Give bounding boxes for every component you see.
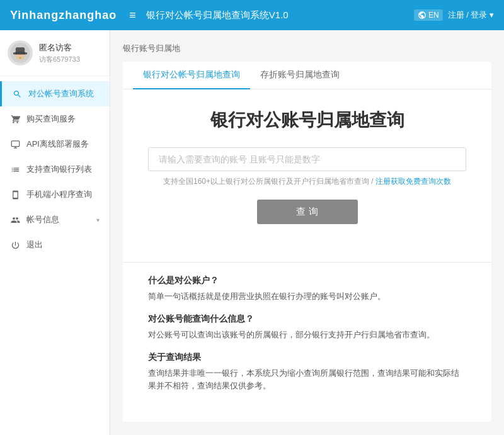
query-button[interactable]: 查 询 (257, 200, 358, 224)
sidebar-item-label: 退出 (26, 239, 43, 251)
sidebar-item-label: 对公帐号查询系统 (28, 88, 94, 99)
site-logo: Yinhangzhanghao (10, 9, 117, 22)
sidebar-item-logout[interactable]: 退出 (0, 232, 110, 257)
svg-rect-4 (15, 52, 25, 54)
content-card: 银行对公帐号归属地查询 存折账号归属地查询 银行对公账号归属地查询 支持全国16… (123, 62, 491, 422)
search-hint: 支持全国160+以上银行对公所属银行及开户行归属地省市查询 / 注册获取免费查询… (148, 176, 466, 187)
breadcrumb: 银行账号归属地 (123, 43, 491, 54)
sidebar-item-label: API离线部署服务 (26, 138, 89, 150)
sidebar-item-buy-service[interactable]: 购买查询服务 (0, 106, 110, 132)
user-info: 匿名访客 访客6579733 (39, 42, 80, 64)
svg-rect-6 (11, 140, 20, 146)
cart-icon (10, 114, 20, 124)
nav-right: EN 注册 / 登录 ▾ (414, 9, 494, 21)
main-content: 银行账号归属地 银行对公帐号归属地查询 存折账号归属地查询 银行对公账号归属地查… (110, 30, 504, 435)
sidebar-nav: 对公帐号查询系统 购买查询服务 API离线部署服务 (0, 76, 110, 435)
faq-item-0: 什么是对公账户？ 简单一句话概括就是使用营业执照在银行办理的账号叫对公账户。 (148, 275, 466, 303)
register-link[interactable]: 注册获取免费查询次数 (375, 177, 451, 186)
faq-answer-0: 简单一句话概括就是使用营业执照在银行办理的账号叫对公账户。 (148, 290, 466, 303)
sidebar-item-label: 手机端小程序查询 (26, 189, 92, 200)
menu-icon[interactable]: ≡ (129, 9, 136, 22)
mobile-icon (10, 189, 20, 200)
tab-bar: 银行对公帐号归属地查询 存折账号归属地查询 (123, 62, 491, 89)
sidebar-item-mobile[interactable]: 手机端小程序查询 (0, 182, 110, 207)
faq-item-1: 对公账号能查询什么信息？ 对公账号可以查询出该账号的所属银行，部分银行支持开户行… (148, 314, 466, 342)
sidebar-item-query-system[interactable]: 对公帐号查询系统 (0, 81, 110, 106)
tab-corporate[interactable]: 银行对公帐号归属地查询 (133, 62, 250, 89)
search-icon (12, 89, 22, 99)
account-input[interactable] (148, 147, 466, 171)
sidebar-item-label: 支持查询银行列表 (26, 164, 92, 175)
user-id: 访客6579733 (39, 55, 80, 64)
faq-answer-1: 对公账号可以查询出该账号的所属银行，部分银行支持开户行归属地省市查询。 (148, 329, 466, 342)
sidebar-item-label: 购买查询服务 (26, 113, 76, 125)
faq-question-1: 对公账号能查询什么信息？ (148, 314, 466, 325)
sidebar-user-section: 匿名访客 访客6579733 (0, 30, 110, 76)
power-icon (10, 240, 20, 250)
username: 匿名访客 (39, 42, 80, 54)
api-icon (10, 139, 20, 149)
language-switcher[interactable]: EN (414, 9, 443, 21)
list-icon (10, 164, 20, 174)
section-divider (123, 262, 491, 263)
sidebar-item-label: 帐号信息 (26, 214, 59, 225)
site-title: 银行对公帐号归属地查询系统V1.0 (146, 9, 414, 21)
main-layout: 匿名访客 访客6579733 对公帐号查询系统 购买查询服务 (0, 30, 504, 435)
sidebar-item-bank-list[interactable]: 支持查询银行列表 (0, 157, 110, 182)
login-button[interactable]: 注册 / 登录 ▾ (448, 9, 494, 21)
faq-answer-2: 查询结果并非唯一一银行，本系统只为缩小查询所属银行范围，查询结果可能和实际结果并… (148, 367, 466, 393)
query-area: 银行对公账号归属地查询 支持全国160+以上银行对公所属银行及开户行归属地省市查… (123, 89, 491, 243)
faq-item-2: 关于查询结果 查询结果并非唯一一银行，本系统只为缩小查询所属银行范围，查询结果可… (148, 352, 466, 393)
lang-label: EN (428, 11, 439, 20)
faq-question-0: 什么是对公账户？ (148, 275, 466, 286)
faq-question-2: 关于查询结果 (148, 352, 466, 363)
account-icon (10, 215, 20, 225)
chevron-down-icon: ▾ (96, 217, 100, 223)
avatar (8, 40, 33, 65)
tab-passbook[interactable]: 存折账号归属地查询 (250, 62, 350, 89)
sidebar: 匿名访客 访客6579733 对公帐号查询系统 购买查询服务 (0, 30, 110, 435)
query-title: 银行对公账号归属地查询 (148, 108, 466, 132)
sidebar-item-account-info[interactable]: 帐号信息 ▾ (0, 207, 110, 232)
svg-point-5 (19, 57, 21, 59)
sidebar-item-api-service[interactable]: API离线部署服务 (0, 132, 110, 157)
faq-section: 什么是对公账户？ 简单一句话概括就是使用营业执照在银行办理的账号叫对公账户。 对… (123, 275, 491, 422)
top-navigation: Yinhangzhanghao ≡ 银行对公帐号归属地查询系统V1.0 EN 注… (0, 0, 504, 30)
